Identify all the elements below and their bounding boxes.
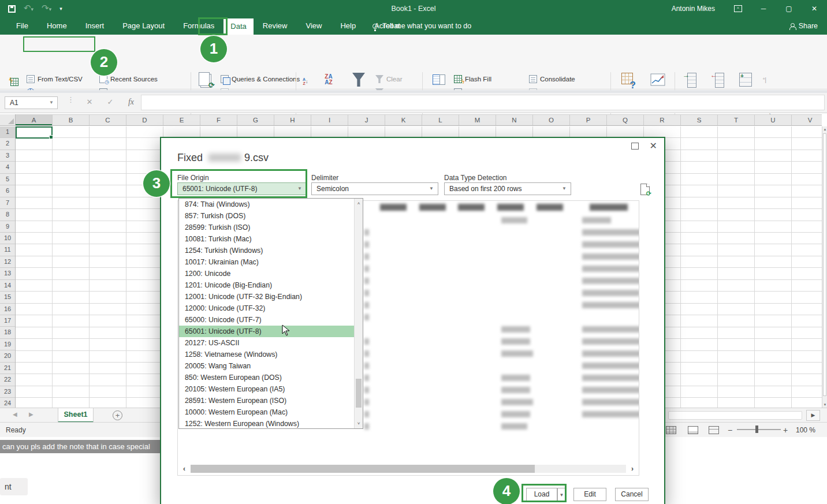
normal-view-icon[interactable] <box>666 426 676 434</box>
zoom-level[interactable]: 100 % <box>796 426 815 434</box>
zoom-slider-track[interactable] <box>737 429 781 430</box>
selected-cell-a1[interactable] <box>16 126 53 139</box>
scroll-right-icon[interactable]: ▶ <box>806 410 820 421</box>
encoding-option[interactable]: 1252: Western European (Windows) <box>179 418 363 430</box>
column-header[interactable]: P <box>570 115 607 125</box>
column-header[interactable]: S <box>681 115 718 125</box>
zoom-slider-thumb[interactable] <box>755 425 758 433</box>
encoding-option[interactable]: 65000: Unicode (UTF-7) <box>179 314 363 326</box>
encoding-option[interactable]: 1254: Turkish (Windows) <box>179 245 363 256</box>
zoom-out-icon[interactable]: − <box>728 425 732 435</box>
cancel-entry-icon[interactable]: ✕ <box>82 94 97 110</box>
column-header[interactable]: L <box>422 115 459 125</box>
encoding-option[interactable]: 1201: Unicode (Big-Endian) <box>179 279 363 291</box>
encoding-option[interactable]: 10017: Ukrainian (Mac) <box>179 256 363 268</box>
confirm-entry-icon[interactable]: ✓ <box>103 94 118 110</box>
scroll-down-icon[interactable]: ▼ <box>822 403 827 406</box>
formula-input[interactable] <box>141 95 825 110</box>
signed-in-user[interactable]: Antonin Mikes <box>672 5 715 13</box>
row-header[interactable]: 11 <box>0 244 15 256</box>
row-header[interactable]: 22 <box>0 374 15 386</box>
dialog-maximize-icon[interactable] <box>631 143 639 150</box>
column-header[interactable]: U <box>755 115 792 125</box>
ribbon-tab[interactable]: File <box>7 17 38 35</box>
from-text-csv-button[interactable]: From Text/CSV <box>27 73 83 85</box>
column-header[interactable]: H <box>274 115 311 125</box>
formula-bar-splitter[interactable]: ⋮ <box>67 95 74 104</box>
preview-horizontal-scrollbar[interactable]: ‹ › <box>178 463 639 475</box>
data-type-detection-combo[interactable]: Based on first 200 rows▼ <box>444 182 571 195</box>
page-break-view-icon[interactable] <box>709 426 719 434</box>
next-sheet-icon[interactable]: ▶ <box>29 411 33 417</box>
column-header[interactable]: I <box>311 115 348 125</box>
consolidate-button[interactable]: Consolidate <box>529 73 575 85</box>
column-header[interactable]: E <box>163 115 200 125</box>
row-header[interactable]: 9 <box>0 221 15 233</box>
row-header[interactable]: 13 <box>0 268 15 279</box>
row-header[interactable]: 23 <box>0 386 15 398</box>
column-header[interactable]: F <box>200 115 237 125</box>
row-header[interactable]: 7 <box>0 197 15 209</box>
sheet-tab-sheet1[interactable]: Sheet1 <box>58 408 94 423</box>
row-header[interactable]: 10 <box>0 233 15 244</box>
column-header[interactable]: J <box>348 115 385 125</box>
row-header[interactable]: 3 <box>0 150 15 162</box>
queries-connections-button[interactable]: Queries & Connections <box>221 73 300 85</box>
preview-scroll-thumb[interactable] <box>191 465 535 473</box>
row-header[interactable]: 8 <box>0 209 15 221</box>
sort-az-button[interactable]: AZ↓ <box>303 74 308 89</box>
encoding-option[interactable]: 1200: Unicode <box>179 268 363 279</box>
encoding-option[interactable]: 10000: Western European (Mac) <box>179 406 363 418</box>
ribbon-tab[interactable]: Data <box>223 18 253 35</box>
ribbon-tab[interactable]: View <box>296 17 331 35</box>
encoding-option[interactable]: 65001: Unicode (UTF-8) <box>179 326 363 337</box>
delimiter-combo[interactable]: Semicolon▼ <box>311 182 438 195</box>
column-header[interactable]: V <box>792 115 822 125</box>
new-sheet-button[interactable]: + <box>113 410 122 420</box>
column-header[interactable]: B <box>53 115 90 125</box>
encoding-option[interactable]: 12001: Unicode (UTF-32 Big-Endian) <box>179 291 363 303</box>
encoding-option[interactable]: 857: Turkish (DOS) <box>179 210 363 222</box>
row-header[interactable]: 2 <box>0 138 15 150</box>
ribbon-tab[interactable]: Review <box>254 17 297 35</box>
row-header[interactable]: 21 <box>0 363 15 374</box>
page-layout-view-icon[interactable] <box>688 426 698 434</box>
name-box[interactable]: A1▼ <box>5 96 58 109</box>
encoding-option[interactable]: 10081: Turkish (Mac) <box>179 233 363 245</box>
scroll-down-icon[interactable]: ˅ <box>355 421 363 426</box>
row-header[interactable]: 16 <box>0 304 15 315</box>
ribbon-tab[interactable]: Help <box>331 17 365 35</box>
encoding-option[interactable]: 20127: US-ASCII <box>179 337 363 349</box>
column-header[interactable]: R <box>644 115 681 125</box>
encoding-option[interactable]: 850: Western European (DOS) <box>179 372 363 383</box>
refresh-preview-icon[interactable] <box>640 184 650 195</box>
tell-me-box[interactable]: Tell me what you want to do <box>372 17 471 35</box>
flash-fill-button[interactable]: ϟFlash Fill <box>454 73 491 85</box>
column-header[interactable]: K <box>385 115 422 125</box>
horizontal-scrollbar[interactable] <box>668 411 802 420</box>
column-header[interactable]: G <box>237 115 274 125</box>
insert-function-icon[interactable]: fx <box>124 94 139 110</box>
ribbon-tab[interactable]: Home <box>38 17 76 35</box>
row-header[interactable]: 15 <box>0 292 15 303</box>
column-header[interactable]: Q <box>607 115 644 125</box>
dropdown-scroll-thumb[interactable] <box>356 379 362 408</box>
edit-button[interactable]: Edit <box>573 488 606 501</box>
column-header[interactable]: D <box>126 115 163 125</box>
row-header[interactable]: 18 <box>0 327 15 338</box>
close-button[interactable]: ✕ <box>802 0 827 17</box>
encoding-option[interactable]: 28599: Turkish (ISO) <box>179 222 363 233</box>
scroll-left-icon[interactable]: ‹ <box>178 465 191 473</box>
column-header[interactable]: O <box>533 115 570 125</box>
dropdown-scrollbar[interactable]: ˄ ˅ <box>354 199 363 428</box>
minimize-button[interactable]: ─ <box>751 0 776 17</box>
dialog-close-icon[interactable]: ✕ <box>650 140 657 151</box>
previous-sheet-icon[interactable]: ◀ <box>13 411 17 417</box>
scroll-up-icon[interactable]: ˄ <box>355 201 363 206</box>
scroll-up-icon[interactable]: ▲ <box>822 128 827 131</box>
column-header[interactable]: N <box>496 115 533 125</box>
scroll-right-icon[interactable]: › <box>626 465 639 473</box>
row-header[interactable]: 12 <box>0 256 15 268</box>
row-header[interactable]: 20 <box>0 350 15 362</box>
show-detail-button[interactable]: ⁺⎸ <box>762 74 771 87</box>
